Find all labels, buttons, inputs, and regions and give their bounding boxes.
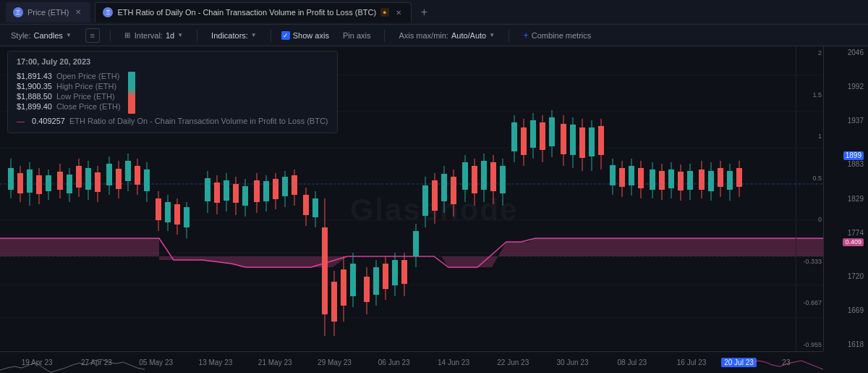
time-jun14: 14 Jun 23 xyxy=(424,359,483,366)
price-label-1618: 1618 xyxy=(828,341,864,348)
ratio-0-5: 0.5 xyxy=(798,175,822,182)
svg-rect-94 xyxy=(432,180,438,211)
price-label-1992: 1992 xyxy=(828,83,864,91)
time-may13: 13 May 23 xyxy=(186,359,245,366)
svg-rect-74 xyxy=(331,282,337,322)
ratio-value: 0.409257 xyxy=(32,117,65,125)
ratio-1: 1 xyxy=(798,133,822,140)
svg-rect-120 xyxy=(561,124,566,154)
axis-range-chevron: ▼ xyxy=(489,32,495,38)
style-value: Candles xyxy=(34,31,63,40)
price-label-1937: 1937 xyxy=(828,117,864,125)
style-label: Style: xyxy=(11,31,31,40)
separator-3 xyxy=(271,30,271,41)
time-jun30: 30 Jun 23 xyxy=(542,359,602,366)
axis-range-selector[interactable]: Axis max/min: Auto/Auto ▼ xyxy=(395,29,498,42)
svg-rect-44 xyxy=(174,204,180,225)
interval-label: Interval: xyxy=(135,31,163,40)
separator-5 xyxy=(509,30,509,41)
price-label-current: 1899 xyxy=(843,151,864,160)
separator-1 xyxy=(110,30,111,41)
tab-price-eth-label: Price (ETH) xyxy=(27,8,69,17)
svg-rect-56 xyxy=(242,186,248,206)
tooltip-row-low: $1,888.50 Low Price (ETH) xyxy=(17,92,121,101)
tab-ratio-label: ETH Ratio of Daily On - Chain Transactio… xyxy=(117,8,376,17)
interval-value: 1d xyxy=(166,31,174,40)
svg-rect-96 xyxy=(441,174,447,201)
svg-rect-140 xyxy=(659,171,665,190)
candle-preview xyxy=(128,72,135,114)
indicators-chevron: ▼ xyxy=(251,32,257,38)
axis-range-label: Axis max/min: xyxy=(399,31,448,40)
tab-ratio-close[interactable]: ✕ xyxy=(393,7,404,17)
eth-icon: Ξ xyxy=(13,7,23,17)
open-label: Open Price (ETH) xyxy=(56,72,119,80)
style-icon-btn[interactable]: ≡ xyxy=(85,28,100,43)
combine-metrics-label: Combine metrics xyxy=(532,31,592,40)
svg-rect-134 xyxy=(629,166,634,185)
svg-rect-24 xyxy=(76,166,82,188)
svg-rect-78 xyxy=(350,264,356,296)
ratio-1-5: 1.5 xyxy=(798,91,822,99)
btc-badge: ● xyxy=(380,8,388,17)
eth-icon-2: Ξ xyxy=(103,7,113,17)
pin-axis-label: Pin axis xyxy=(343,31,371,40)
svg-rect-58 xyxy=(254,180,260,202)
svg-rect-34 xyxy=(125,161,131,181)
price-label-2046: 2046 xyxy=(828,49,864,56)
svg-rect-46 xyxy=(184,207,190,227)
svg-rect-114 xyxy=(530,120,536,148)
svg-rect-112 xyxy=(521,127,527,155)
show-axis-toggle[interactable]: ✓ Show axis xyxy=(281,31,329,40)
svg-rect-110 xyxy=(511,122,517,151)
svg-rect-38 xyxy=(144,169,150,191)
tab-ratio[interactable]: Ξ ETH Ratio of Daily On - Chain Transact… xyxy=(95,2,411,22)
show-axis-label: Show axis xyxy=(293,31,329,40)
svg-rect-102 xyxy=(472,166,477,193)
show-axis-checkbox[interactable]: ✓ xyxy=(281,31,290,40)
separator-2 xyxy=(197,30,197,41)
price-label-1829: 1829 xyxy=(828,196,864,203)
time-jun22: 22 Jun 23 xyxy=(483,359,542,366)
style-selector[interactable]: Style: Candles ▼ xyxy=(7,29,75,42)
chart-area: Glassnode xyxy=(0,46,868,373)
ratio-0: 0 xyxy=(798,216,822,223)
ratio-dash: — xyxy=(17,117,25,125)
svg-rect-92 xyxy=(422,185,428,216)
svg-rect-88 xyxy=(401,260,407,284)
svg-rect-144 xyxy=(678,172,684,190)
svg-rect-80 xyxy=(364,277,370,302)
mini-chart xyxy=(0,351,145,373)
ratio-axis: 2 1.5 1 0.5 0 -0.333 -0.667 -0.955 xyxy=(796,46,823,351)
svg-rect-82 xyxy=(373,267,379,295)
svg-rect-72 xyxy=(322,227,328,314)
svg-rect-116 xyxy=(540,122,545,150)
svg-rect-142 xyxy=(668,169,674,188)
svg-rect-12 xyxy=(17,173,23,193)
svg-rect-54 xyxy=(233,184,239,203)
svg-rect-118 xyxy=(549,117,555,146)
svg-rect-66 xyxy=(292,175,297,195)
low-value: $1,888.50 xyxy=(17,92,52,101)
interval-selector[interactable]: ⊞ Interval: 1d ▼ xyxy=(121,29,187,42)
indicators-selector[interactable]: Indicators: ▼ xyxy=(208,29,260,42)
svg-rect-48 xyxy=(205,178,210,201)
svg-rect-76 xyxy=(341,269,346,306)
price-label-1669: 1669 xyxy=(828,307,864,314)
svg-rect-10 xyxy=(8,168,14,190)
svg-rect-130 xyxy=(610,165,616,185)
svg-rect-14 xyxy=(27,169,33,193)
new-tab-button[interactable]: + xyxy=(416,4,433,21)
svg-rect-106 xyxy=(490,162,496,191)
combine-metrics-btn[interactable]: + Combine metrics xyxy=(519,28,595,43)
svg-rect-154 xyxy=(727,171,733,190)
tab-price-eth-close[interactable]: ✕ xyxy=(73,7,83,17)
pin-axis-btn[interactable]: Pin axis xyxy=(339,29,375,42)
low-label: Low Price (ETH) xyxy=(56,92,115,101)
svg-rect-146 xyxy=(687,171,693,190)
ratio-label: ETH Ratio of Daily On - Chain Transactio… xyxy=(69,117,328,125)
svg-rect-124 xyxy=(579,127,585,158)
svg-rect-98 xyxy=(451,177,456,204)
tab-price-eth[interactable]: Ξ Price (ETH) ✕ xyxy=(6,2,90,22)
svg-rect-128 xyxy=(598,126,604,155)
